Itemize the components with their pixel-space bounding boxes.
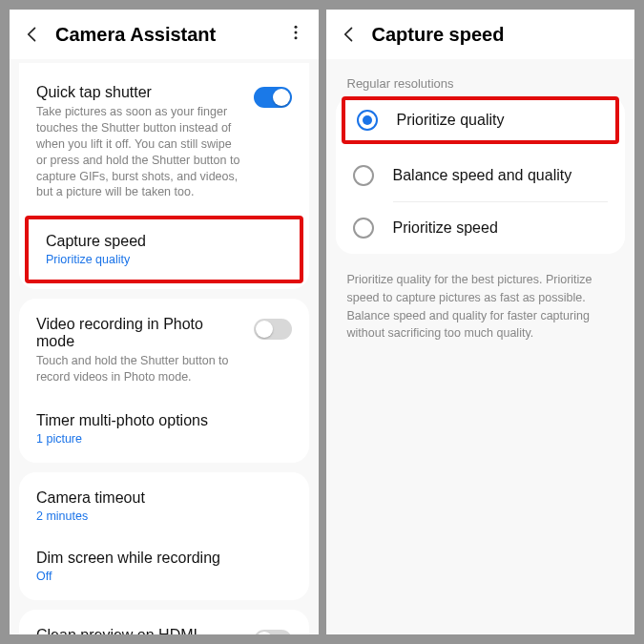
- switch-quick-tap-shutter[interactable]: [254, 87, 292, 108]
- item-title: Timer multi-photo options: [36, 412, 292, 429]
- titlebar: Camera Assistant: [10, 10, 319, 59]
- radio-item-balance[interactable]: Balance speed and quality: [336, 150, 626, 201]
- item-title: Clean preview on HDMI displays: [36, 627, 242, 634]
- item-timer-multi-photo[interactable]: Timer multi-photo options 1 picture: [19, 399, 309, 459]
- item-value: Prioritize quality: [46, 253, 282, 266]
- section-header: Regular resolutions: [347, 76, 614, 91]
- back-icon[interactable]: [338, 23, 361, 46]
- radio-label: Balance speed and quality: [393, 167, 572, 184]
- footer-description: Prioritize quality for the best pictures…: [347, 271, 614, 343]
- screen-capture-speed: Capture speed Regular resolutions Priori…: [326, 10, 635, 634]
- item-title: Dim screen while recording: [36, 550, 292, 567]
- item-title: Video recording in Photo mode: [36, 316, 242, 350]
- item-title: Quick tap shutter: [36, 84, 242, 101]
- radio-item-prioritize-quality[interactable]: Prioritize quality: [342, 96, 620, 144]
- card-display: Camera timeout 2 minutes Dim screen whil…: [19, 472, 309, 600]
- radio-button[interactable]: [353, 218, 374, 239]
- switch-clean-preview-hdmi[interactable]: [254, 630, 292, 634]
- item-camera-timeout[interactable]: Camera timeout 2 minutes: [19, 476, 309, 536]
- item-desc: Take pictures as soon as your finger tou…: [36, 104, 242, 200]
- screen-camera-assistant: Camera Assistant Quick tap shutter Take …: [10, 10, 319, 634]
- item-video-recording-photo-mode[interactable]: Video recording in Photo mode Touch and …: [19, 302, 309, 399]
- radio-list-resolutions: Prioritize quality Balance speed and qua…: [336, 96, 626, 254]
- item-title: Camera timeout: [36, 489, 292, 507]
- more-icon[interactable]: [284, 23, 307, 46]
- item-value: 1 picture: [36, 432, 292, 446]
- settings-scroll[interactable]: Regular resolutions Prioritize quality B…: [326, 59, 635, 634]
- svg-point-1: [294, 31, 297, 34]
- card-video: Video recording in Photo mode Touch and …: [19, 299, 309, 463]
- switch-video-recording[interactable]: [254, 319, 292, 340]
- radio-button[interactable]: [357, 110, 378, 131]
- item-clean-preview-hdmi[interactable]: Clean preview on HDMI displays Show the …: [19, 613, 309, 634]
- item-quick-tap-shutter[interactable]: Quick tap shutter Take pictures as soon …: [19, 71, 309, 214]
- item-capture-speed[interactable]: Capture speed Prioritize quality: [25, 216, 303, 283]
- svg-point-0: [294, 26, 297, 29]
- radio-button[interactable]: [353, 165, 374, 186]
- page-title: Capture speed: [372, 24, 624, 46]
- item-value: Off: [36, 570, 292, 583]
- item-desc: Touch and hold the Shutter button to rec…: [36, 353, 242, 385]
- titlebar: Capture speed: [326, 10, 635, 59]
- item-dim-screen[interactable]: Dim screen while recording Off: [19, 536, 309, 596]
- radio-label: Prioritize quality: [397, 112, 505, 129]
- radio-item-prioritize-speed[interactable]: Prioritize speed: [336, 202, 626, 254]
- radio-label: Prioritize speed: [393, 219, 498, 237]
- svg-point-2: [294, 36, 297, 39]
- page-title: Camera Assistant: [55, 24, 284, 46]
- settings-scroll[interactable]: Quick tap shutter Take pictures as soon …: [10, 59, 319, 634]
- item-value: 2 minutes: [36, 509, 292, 523]
- back-icon[interactable]: [21, 23, 44, 46]
- card-general: Quick tap shutter Take pictures as soon …: [19, 63, 309, 289]
- item-title: Capture speed: [46, 233, 282, 250]
- card-output: Clean preview on HDMI displays Show the …: [19, 610, 309, 634]
